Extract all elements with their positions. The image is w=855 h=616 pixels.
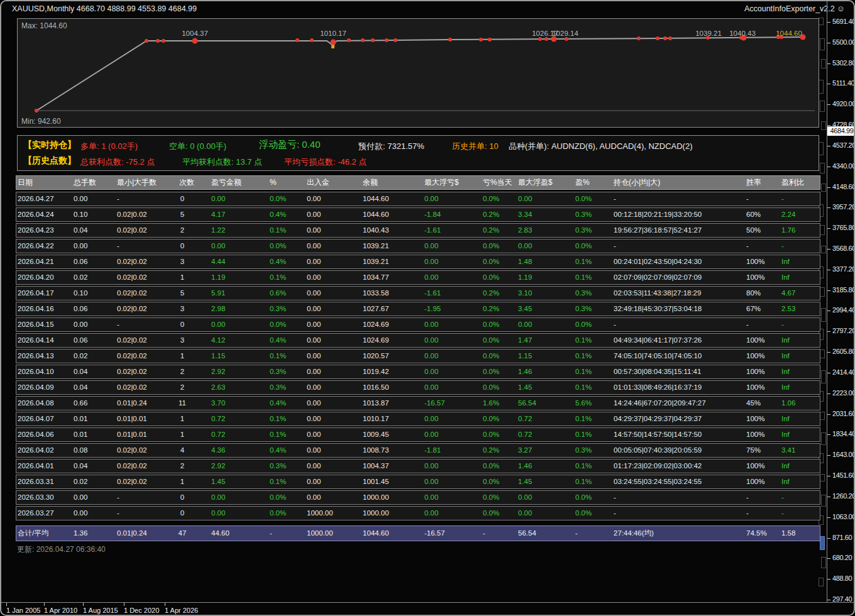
summary-cell: - <box>483 526 485 541</box>
price-tick <box>827 558 830 559</box>
price-tick <box>827 84 830 84</box>
floating-pl-value: 浮动盈亏: 0.40 <box>259 139 321 151</box>
table-cell: 2026.04.16 <box>18 302 54 316</box>
candlestick <box>819 142 824 155</box>
table-cell: 0.00 <box>307 224 321 237</box>
price-scale[interactable]: 4684.99 5691.405500.005302.805111.404920… <box>827 1 855 602</box>
column-header: 持仓(小|均|大) <box>614 176 660 189</box>
table-cell: 0.1% <box>575 365 592 378</box>
min-balance-label: Min: 942.60 <box>21 117 61 126</box>
price-tick <box>827 63 830 64</box>
trade-dot <box>488 38 492 41</box>
table-cell: 3 <box>180 255 184 268</box>
summary-cell: 56.54 <box>518 526 536 541</box>
table-cell: 2026.04.09 <box>18 381 54 394</box>
price-tick <box>827 249 830 250</box>
price-tick <box>827 146 830 146</box>
table-cell: 100% <box>746 412 764 426</box>
price-tick <box>827 22 830 23</box>
table-row: 2026.04.230.040.02|0.0221.220.1%0.001040… <box>16 223 820 238</box>
table-cell: 2 <box>180 365 184 378</box>
table-cell: 01:01:33|08:49:26|16:37:19 <box>614 381 702 394</box>
table-cell: 0.00 <box>307 271 321 284</box>
price-tick-label: 4537.20 <box>832 141 855 149</box>
time-tick <box>6 603 7 606</box>
table-cell: 2026.04.22 <box>18 239 54 253</box>
table-cell: 0.02|0.02 <box>117 208 147 221</box>
table-cell: 0.2% <box>483 224 499 237</box>
price-tick <box>827 476 830 476</box>
table-cell: 1.45 <box>518 381 532 394</box>
time-axis[interactable]: 1 Jan 20051 Apr 20101 Aug 20151 Dec 2020… <box>1 602 854 616</box>
table-cell: 3 <box>180 334 184 347</box>
table-cell: 0.4% <box>270 444 286 457</box>
table-cell: 2.63 <box>211 381 225 394</box>
price-tick-label: 1063.00 <box>832 513 855 520</box>
table-cell: 0.3% <box>575 302 592 316</box>
margin-value: 预付款: 7321.57% <box>358 141 424 152</box>
table-cell: - <box>781 507 784 520</box>
table-row: 2026.04.170.100.02|0.0255.910.6%0.001033… <box>16 286 820 300</box>
trade-dot <box>544 37 548 41</box>
table-cell: 0.02|0.02 <box>117 334 147 347</box>
trade-dot <box>35 109 38 113</box>
table-cell: 1.06 <box>781 397 795 410</box>
table-cell: 0.00 <box>518 507 532 520</box>
table-cell: 2026.03.30 <box>18 491 54 504</box>
table-cell: 0.00 <box>307 208 321 221</box>
table-cell: 0.00 <box>74 318 87 331</box>
table-cell: 0.02|0.02 <box>117 349 147 363</box>
price-tick-label: 2797.20 <box>832 327 855 334</box>
price-tick <box>827 104 830 105</box>
table-cell: 32:49:18|45:30:37|53:04:18 <box>614 302 702 316</box>
candlestick <box>819 18 824 25</box>
table-row: 2026.04.080.660.01|0.24113.700.4%0.00101… <box>16 396 820 410</box>
table-cell: 1.6% <box>483 397 499 410</box>
table-cell: 2 <box>180 381 184 394</box>
summary-cell: -16.57 <box>424 526 445 541</box>
table-cell: 1016.50 <box>363 381 389 394</box>
candlestick <box>820 38 825 50</box>
column-header: % <box>270 176 277 189</box>
table-cell: - <box>117 239 119 253</box>
table-cell: 0.0% <box>483 507 499 520</box>
candlestick <box>821 59 826 69</box>
table-cell: 2026.04.10 <box>18 365 54 378</box>
price-tick-label: 3765.80 <box>832 224 855 231</box>
summary-cell: 47 <box>179 526 187 541</box>
table-cell: 0.04 <box>74 224 87 237</box>
table-cell: 1027.67 <box>363 302 389 316</box>
table-cell: 0.00 <box>74 507 87 520</box>
table-row: 2026.03.310.020.02|0.0211.450.1%0.001001… <box>16 475 820 489</box>
table-cell: 2 <box>180 224 184 237</box>
price-tick-label: 2414.40 <box>832 368 855 376</box>
table-cell: 3.45 <box>518 302 532 316</box>
price-tick-label: 2605.80 <box>832 348 855 355</box>
table-cell: 100% <box>746 334 764 347</box>
table-cell: 50% <box>746 224 761 237</box>
table-cell: 3.41 <box>781 444 795 457</box>
table-cell: 0.1% <box>270 428 286 441</box>
table-row: 2026.04.160.060.02|0.0232.980.3%0.001027… <box>16 302 820 316</box>
table-cell: 2.92 <box>211 459 225 473</box>
table-cell: 14:24:46|67:07:20|209:47:27 <box>614 397 706 410</box>
table-cell: 100% <box>746 459 764 473</box>
time-tick <box>165 603 165 606</box>
table-cell: 2026.04.02 <box>18 444 54 457</box>
table-cell: 0.00 <box>307 428 321 441</box>
price-tick <box>827 167 830 167</box>
table-cell: - <box>746 507 749 520</box>
table-cell: 00:12:18|20:21:19|33:20:50 <box>614 208 702 221</box>
table-cell: - <box>746 192 749 206</box>
table-cell: 0.00 <box>518 491 532 504</box>
table-cell: 0.0% <box>575 507 592 520</box>
table-cell: 4 <box>180 444 184 457</box>
table-cell: 1039.21 <box>363 239 389 253</box>
table-cell: -1.81 <box>424 444 441 457</box>
table-cell: 0.1% <box>575 255 592 268</box>
table-cell: 1024.69 <box>363 318 389 331</box>
table-cell: 1.47 <box>518 334 532 347</box>
table-cell: 1044.60 <box>363 208 389 221</box>
table-cell: -16.57 <box>424 397 445 410</box>
table-cell: 80% <box>746 287 761 300</box>
